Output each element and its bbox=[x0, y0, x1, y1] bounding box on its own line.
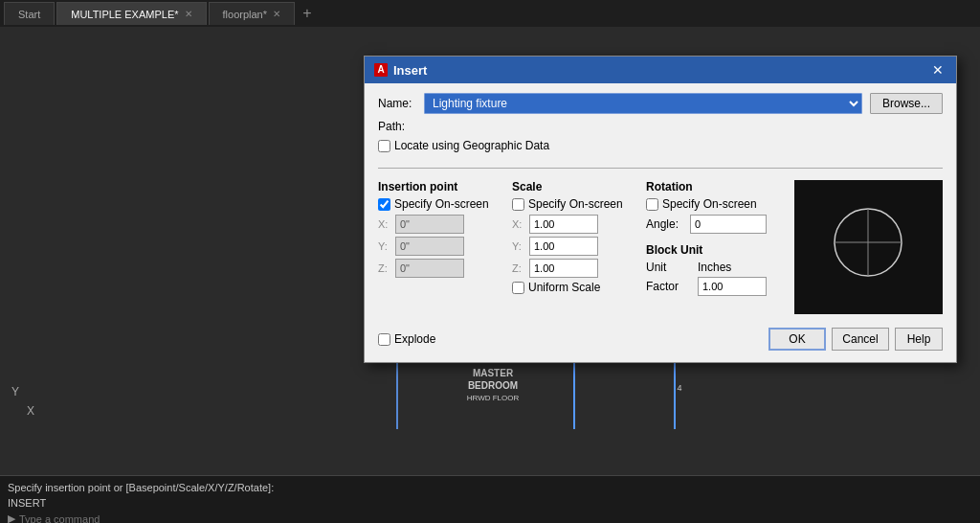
command-input-row: ▶ bbox=[8, 512, 972, 523]
scale-y-row: Y: bbox=[512, 237, 646, 256]
insertion-z-row: Z: bbox=[378, 259, 512, 278]
factor-label: Factor bbox=[646, 280, 692, 293]
ok-button[interactable]: OK bbox=[768, 328, 826, 351]
block-unit-title: Block Unit bbox=[646, 243, 785, 257]
uniform-scale-checkbox[interactable] bbox=[512, 282, 524, 294]
path-label: Path: bbox=[378, 120, 416, 133]
left-area: Insertion point Specify On-screen X: Y: bbox=[378, 180, 785, 314]
command-prompt-icon: ▶ bbox=[8, 512, 15, 523]
scale-x-label: X: bbox=[512, 218, 525, 230]
browse-button[interactable]: Browse... bbox=[870, 93, 943, 114]
insertion-specify-row: Specify On-screen bbox=[378, 197, 512, 211]
dialog-titlebar: A Insert ✕ bbox=[365, 57, 956, 83]
name-row: Name: Lighting fixture Browse... bbox=[378, 93, 943, 114]
rotation-specify-label: Specify On-screen bbox=[662, 197, 757, 211]
insertion-y-row: Y: bbox=[378, 237, 512, 256]
scale-z-input[interactable] bbox=[529, 259, 598, 278]
scale-x-row: X: bbox=[512, 215, 646, 234]
insertion-z-label: Z: bbox=[378, 262, 391, 274]
autocad-icon: A bbox=[374, 63, 388, 77]
locate-checkbox[interactable] bbox=[378, 140, 390, 152]
scale-specify-checkbox[interactable] bbox=[512, 198, 524, 211]
unit-label: Unit bbox=[646, 261, 692, 274]
block-unit-section: Block Unit Unit Inches Factor bbox=[646, 243, 785, 296]
scale-x-input[interactable] bbox=[529, 215, 598, 234]
scale-z-row: Z: bbox=[512, 259, 646, 278]
scale-y-label: Y: bbox=[512, 240, 525, 252]
explode-label: Explode bbox=[394, 332, 435, 346]
dialog-close-button[interactable]: ✕ bbox=[929, 61, 947, 79]
preview-svg bbox=[794, 180, 943, 314]
command-input[interactable] bbox=[19, 513, 306, 524]
name-label: Name: bbox=[378, 97, 416, 110]
angle-label: Angle: bbox=[646, 217, 684, 231]
insertion-specify-label: Specify On-screen bbox=[394, 197, 489, 211]
insertion-x-row: X: bbox=[378, 215, 512, 234]
svg-text:BEDROOM: BEDROOM bbox=[468, 380, 518, 391]
separator bbox=[378, 168, 943, 169]
columns-row: Insertion point Specify On-screen X: Y: bbox=[378, 180, 785, 299]
top-area: Insertion point Specify On-screen X: Y: bbox=[378, 180, 943, 314]
rotation-title: Rotation bbox=[646, 180, 785, 193]
tab-bar: Start MULTIPLE EXAMPLE* ✕ floorplan* ✕ + bbox=[0, 0, 980, 27]
preview-box bbox=[794, 180, 943, 314]
rotation-section: Rotation Specify On-screen Angle: bbox=[646, 180, 785, 299]
insert-dialog: A Insert ✕ Name: Lighting fixture Browse… bbox=[364, 56, 957, 363]
cancel-button[interactable]: Cancel bbox=[832, 328, 889, 351]
svg-text:HRWD FLOOR: HRWD FLOOR bbox=[467, 394, 520, 402]
y-axis-label: Y bbox=[11, 385, 19, 398]
scale-z-label: Z: bbox=[512, 262, 525, 274]
insertion-specify-checkbox[interactable] bbox=[378, 198, 390, 211]
tab-floorplan-close[interactable]: ✕ bbox=[273, 9, 280, 19]
insertion-z-input[interactable] bbox=[395, 259, 464, 278]
name-dropdown[interactable]: Lighting fixture bbox=[424, 93, 862, 114]
command-prompt-text: Specify insertion point or [Basepoint/Sc… bbox=[8, 480, 972, 495]
dialog-body: Name: Lighting fixture Browse... Path: L… bbox=[365, 83, 956, 362]
locate-row: Locate using Geographic Data bbox=[378, 139, 943, 152]
scale-specify-label: Specify On-screen bbox=[528, 197, 623, 211]
command-area: Specify insertion point or [Basepoint/Sc… bbox=[0, 475, 980, 523]
uniform-scale-label: Uniform Scale bbox=[528, 281, 600, 294]
locate-label: Locate using Geographic Data bbox=[394, 139, 549, 152]
factor-input[interactable] bbox=[698, 277, 767, 296]
uniform-scale-row: Uniform Scale bbox=[512, 281, 646, 294]
tab-multiple-example-close[interactable]: ✕ bbox=[185, 9, 192, 19]
path-row: Path: bbox=[378, 120, 943, 133]
dialog-title-left: A Insert bbox=[374, 63, 427, 78]
insertion-y-label: Y: bbox=[378, 240, 391, 252]
cad-workspace: HALL HRWD FLOOR MASTER BEDROOM HRWD FLOO… bbox=[0, 27, 980, 475]
explode-checkbox[interactable] bbox=[378, 333, 390, 346]
dialog-title-text: Insert bbox=[393, 63, 427, 78]
unit-row: Unit Inches bbox=[646, 261, 785, 274]
x-axis-label: X bbox=[27, 404, 34, 418]
insertion-point-section: Insertion point Specify On-screen X: Y: bbox=[378, 180, 512, 299]
svg-text:4: 4 bbox=[677, 383, 681, 393]
rotation-specify-row: Specify On-screen bbox=[646, 197, 785, 211]
scale-title: Scale bbox=[512, 180, 646, 193]
command-name-text: INSERT bbox=[8, 495, 972, 511]
insertion-x-label: X: bbox=[378, 218, 391, 230]
scale-y-input[interactable] bbox=[529, 237, 598, 256]
action-buttons: OK Cancel Help bbox=[768, 328, 943, 351]
tab-start[interactable]: Start bbox=[4, 2, 55, 25]
bottom-row: Explode OK Cancel Help bbox=[378, 328, 943, 351]
scale-specify-row: Specify On-screen bbox=[512, 197, 646, 211]
unit-value: Inches bbox=[698, 261, 731, 274]
insertion-y-input[interactable] bbox=[395, 237, 464, 256]
insertion-x-input[interactable] bbox=[395, 215, 464, 234]
explode-row: Explode bbox=[378, 332, 435, 346]
rotation-specify-checkbox[interactable] bbox=[646, 198, 658, 211]
tab-floorplan[interactable]: floorplan* ✕ bbox=[209, 2, 295, 25]
svg-text:MASTER: MASTER bbox=[473, 368, 514, 378]
help-button[interactable]: Help bbox=[895, 328, 943, 351]
scale-section: Scale Specify On-screen X: Y: bbox=[512, 180, 646, 299]
insertion-point-title: Insertion point bbox=[378, 180, 512, 193]
angle-input[interactable] bbox=[690, 215, 767, 234]
tab-add-button[interactable]: + bbox=[297, 3, 318, 24]
tab-multiple-example[interactable]: MULTIPLE EXAMPLE* ✕ bbox=[56, 2, 206, 25]
angle-row: Angle: bbox=[646, 215, 785, 234]
factor-row: Factor bbox=[646, 277, 785, 296]
